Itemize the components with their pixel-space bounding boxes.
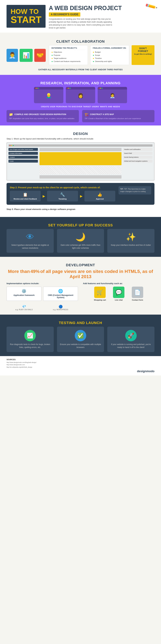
dev-right: Add features and functionality such as: …: [83, 282, 154, 310]
impl-box-framework: ⚙️ Application framework: [7, 286, 41, 301]
person-illustration: 👨‍💼: [7, 49, 18, 62]
setup-card-interface: ✨ Keep your interface intuitive and free…: [107, 229, 154, 253]
cart-label: Shopping cart: [92, 299, 108, 301]
dont-forget-sub: to get this in writing!: [134, 53, 152, 55]
dev-impl: ⚙️ Application framework 🌐 CMS (Content …: [7, 286, 78, 301]
collab-illustrations: 👨‍💼 📊 🤝: [7, 49, 46, 62]
personas-label: CREATE USER PERSONAS TO DISCOVER TARGET …: [7, 106, 154, 108]
cms-icon: 🌐: [45, 289, 76, 294]
dot-green: [70, 88, 71, 89]
wf-right-labels: Headers and subheaders Search field Soci…: [123, 148, 152, 178]
header-left: HOW TO START: [7, 5, 46, 28]
persona-avatar-2: 👩: [78, 93, 84, 98]
example-wordpress: 🔵 e.g. WORDPRESS: [43, 305, 78, 310]
sources-links: http://www.designmodo.com/blog/web-desig…: [7, 361, 154, 368]
moon-icon: 🌙: [59, 232, 102, 242]
form-icon-box: 📄: [132, 286, 143, 298]
step2-card-approval: 👍 Approval: [85, 191, 115, 202]
dot-yellow: [36, 88, 37, 89]
wf-content-area: [40, 166, 121, 174]
meeting-illustration: 🤝: [34, 49, 46, 62]
chat-icon-box: 💬: [113, 286, 124, 298]
diagnostic-icon: 📈: [24, 330, 36, 341]
design-title: DESIGN: [7, 129, 154, 138]
dev-stat: More than 49% of all page views are on s…: [7, 269, 154, 279]
how-to-text: HOW TO: [11, 8, 41, 15]
collab-item-target: ● Target audience: [51, 57, 86, 60]
dot-yellow: [11, 145, 12, 146]
research-title: RESEARCH, INSPIRATION, AND PLANNING: [7, 78, 154, 87]
dev-title: DEVELOPMENT: [7, 260, 154, 269]
testing-card-diagnostic: 📈 Run diagnostic tests to check for bugs…: [7, 327, 54, 352]
subtitle-badge: A BEGINNER'S GUIDE: [49, 12, 80, 16]
wf-yellow-area: [40, 152, 121, 165]
dot-red: [67, 88, 68, 89]
persona-screen-2: 👩: [66, 87, 95, 103]
wf-footer-bar: [40, 175, 121, 178]
testing-cards: 📈 Run diagnostic tests to check for bugs…: [7, 327, 154, 352]
eye-icon: 👁: [9, 232, 51, 242]
features-row: 🛒 Shopping cart 💬 Live chat 📄 Contact fo…: [83, 286, 154, 301]
sitemap-title: 🏗️ CONSTRUCT A SITE MAP: [85, 112, 152, 116]
chat-label: Live chat: [111, 299, 127, 301]
client-collaboration-section: CLIENT COLLABORATION 👨‍💼 📊 🤝 DETERMINE T…: [0, 33, 161, 75]
browser-icon: ✅: [75, 330, 86, 341]
bullet-icon: ●: [93, 54, 94, 56]
testing-text-2: Ensure your website is compatible with m…: [59, 343, 102, 349]
header-section: HOW TO START A WEB DESIGN PROJECT A BEGI…: [0, 0, 161, 33]
wf-topbar: [9, 144, 152, 147]
header-right: A WEB DESIGN PROJECT A BEGINNER'S GUIDE …: [49, 5, 154, 29]
bullet-icon: ●: [93, 51, 94, 54]
collab-item-purpose: ● Purpose: [51, 54, 86, 56]
screen-bar: [66, 87, 95, 90]
approval-label: Approval: [86, 198, 114, 200]
impl-framework-title: Application framework: [9, 294, 39, 296]
bullet-icon: ●: [93, 60, 94, 63]
step2-cards: 📋 Review and client feedback ▶ 🔧 Tweakin…: [10, 191, 115, 202]
dot-red: [35, 88, 36, 89]
step2-card-tweaking: 🔧 Tweaking: [47, 191, 78, 202]
compile-title: 📁 COMPILE AND ORGANIZE YOUR DESIGN INSPI…: [9, 112, 76, 116]
setup-card-text-2: Dark color schemes get 30% more traffic …: [59, 244, 102, 250]
step2-section: Step 2: Present your mock-up to the clie…: [7, 183, 154, 205]
determine-box: DETERMINE THE PROJECT'S: ● Objectives ● …: [49, 45, 88, 65]
development-section: DEVELOPMENT More than 49% of all page vi…: [0, 257, 161, 314]
bullet-icon: ●: [51, 54, 53, 56]
persona-avatar-1: 👱‍♂️: [46, 93, 52, 98]
example-rails: 💎 e.g. RUBY ON RAILS: [7, 305, 41, 310]
collab-item-content: ● Content and feature requirements: [51, 60, 86, 63]
rails-icon: 💎: [7, 305, 41, 308]
cart-icon-box: 🛒: [94, 286, 106, 298]
compile-card: 📁 COMPILE AND ORGANIZE YOUR DESIGN INSPI…: [7, 110, 79, 122]
step1-text: Step 1: Mock up the layout and intended …: [7, 138, 154, 140]
persona-screen-3: 🧑‍💼: [98, 87, 127, 103]
sources-section: SOURCES: http://www.designmodo.com/blog/…: [0, 356, 161, 376]
dont-forget-badge: DON'T FORGET to get this in writing!: [132, 45, 154, 65]
wf-label-footer: Footer: [9, 160, 38, 162]
testing-section: TESTING AND LAUNCH 📈 Run diagnostic test…: [0, 314, 161, 356]
collab-inner: 👨‍💼 📊 🤝 DETERMINE THE PROJECT'S: ● Objec…: [7, 45, 154, 67]
impl-title: Implementation options include:: [7, 282, 78, 285]
collab-item-scope: ● Scope: [93, 54, 127, 56]
step3-text: Step 3: Place your visual elements using…: [7, 208, 154, 210]
review-icon: 📋: [12, 192, 39, 197]
testing-title: TESTING AND LAUNCH: [7, 318, 154, 327]
form-label: Contact form: [129, 299, 146, 301]
setup-card-typeface: 👁 Select typeface elements that are legi…: [7, 229, 54, 253]
setup-title: SET YOURSELF UP FOR SUCCESS: [7, 220, 154, 229]
step2-left: Step 2: Present your mock-up to the clie…: [10, 186, 115, 202]
brand-name: designmodo: [7, 370, 154, 373]
sources-title: SOURCES:: [7, 358, 154, 360]
map-icon: 🏗️: [85, 112, 89, 116]
sitemap-tip: TIP: Create a flowchart of the navigatio…: [85, 117, 152, 120]
step2-tip: TIP: TIP: The best time to make major ch…: [119, 186, 151, 194]
wf-label-logos: Use of logos and other brand assets: [9, 148, 38, 151]
main-title: A WEB DESIGN PROJECT: [49, 5, 154, 12]
chart-illustration: 📊: [20, 49, 33, 62]
review-label: Review and client feedback: [12, 198, 39, 200]
launch-icon: 🚀: [125, 330, 137, 341]
dot-yellow: [68, 88, 69, 89]
folder-icon: 📁: [9, 112, 13, 116]
wf-label-nav: Global and local navigation systems: [123, 160, 152, 162]
finalize-title: FINALIZE A FORMAL AGREEMENT ON:: [93, 47, 127, 50]
